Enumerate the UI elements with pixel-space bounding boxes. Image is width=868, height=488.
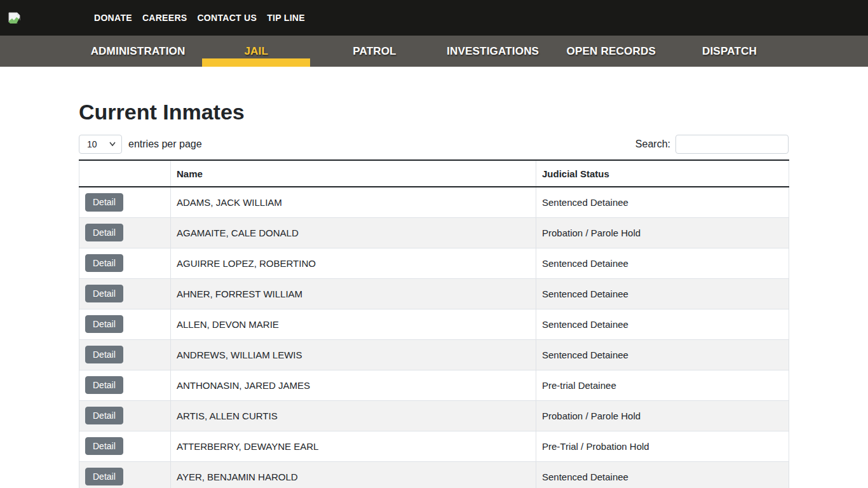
table-row: Detail AGAMAITE, CALE DONALD Probation /… — [79, 217, 789, 248]
primary-nav-item[interactable]: OPEN RECORDS — [552, 36, 670, 67]
inmates-table-header: Name Judicial Status — [79, 160, 789, 187]
inmate-name-cell: AGAMAITE, CALE DONALD — [171, 217, 536, 248]
judicial-status-cell: Pre-trial Detainee — [536, 370, 789, 400]
detail-button[interactable]: Detail — [85, 437, 123, 456]
detail-cell: Detail — [79, 278, 171, 309]
table-row: Detail ATTERBERRY, DEWAYNE EARL Pre-Tria… — [79, 431, 789, 461]
inmate-name-cell: ALLEN, DEVON MARIE — [171, 309, 536, 339]
utility-links: DONATE CAREERS CONTACT US TIP LINE — [94, 13, 305, 23]
detail-button[interactable]: Detail — [85, 346, 123, 364]
broken-image-icon — [8, 12, 21, 24]
detail-button[interactable]: Detail — [85, 407, 123, 425]
search-input[interactable] — [675, 135, 789, 154]
detail-cell: Detail — [79, 400, 171, 431]
detail-button[interactable]: Detail — [85, 468, 123, 486]
detail-button[interactable]: Detail — [85, 376, 123, 395]
inmate-name-cell: AGUIRRE LOPEZ, ROBERTINO — [171, 248, 536, 278]
utility-link[interactable]: DONATE — [94, 13, 132, 23]
judicial-status-cell: Sentenced Detainee — [536, 309, 789, 339]
primary-nav-item[interactable]: JAIL — [197, 36, 315, 67]
entries-per-page-label: entries per page — [128, 139, 202, 150]
detail-cell: Detail — [79, 217, 171, 248]
judicial-status-cell: Sentenced Detainee — [536, 248, 789, 278]
detail-button[interactable]: Detail — [85, 285, 123, 303]
detail-cell: Detail — [79, 370, 171, 400]
detail-button[interactable]: Detail — [85, 193, 123, 212]
judicial-status-cell: Sentenced Detainee — [536, 461, 789, 488]
judicial-status-cell: Pre-Trial / Probation Hold — [536, 431, 789, 461]
judicial-status-cell: Sentenced Detainee — [536, 187, 789, 217]
inmate-name-cell: AYER, BENJAMIN HAROLD — [171, 461, 536, 488]
inmate-name-cell: ARTIS, ALLEN CURTIS — [171, 400, 536, 431]
table-row: Detail ANDREWS, WILLIAM LEWIS Sentenced … — [79, 339, 789, 370]
judicial-status-cell: Probation / Parole Hold — [536, 217, 789, 248]
primary-nav-label: DISPATCH — [702, 45, 757, 58]
table-row: Detail ADAMS, JACK WILLIAM Sentenced Det… — [79, 187, 789, 217]
inmate-name-cell: ANTHONASIN, JARED JAMES — [171, 370, 536, 400]
search-label: Search: — [635, 139, 670, 150]
entries-per-page-select-wrap: 10 — [79, 135, 122, 154]
detail-cell: Detail — [79, 309, 171, 339]
table-row: Detail ALLEN, DEVON MARIE Sentenced Deta… — [79, 309, 789, 339]
table-row: Detail AHNER, FORREST WILLIAM Sentenced … — [79, 278, 789, 309]
inmates-table: Name Judicial Status Detail ADAMS, JACK … — [79, 159, 789, 488]
table-row: Detail AYER, BENJAMIN HAROLD Sentenced D… — [79, 461, 789, 488]
primary-nav-label: ADMINISTRATION — [91, 45, 186, 58]
primary-nav-label: OPEN RECORDS — [567, 45, 656, 58]
table-row: Detail ANTHONASIN, JARED JAMES Pre-trial… — [79, 370, 789, 400]
detail-cell: Detail — [79, 461, 171, 488]
detail-cell: Detail — [79, 339, 171, 370]
judicial-status-cell: Probation / Parole Hold — [536, 400, 789, 431]
top-utility-bar: DONATE CAREERS CONTACT US TIP LINE — [0, 0, 868, 36]
utility-link[interactable]: CONTACT US — [197, 13, 257, 23]
utility-link[interactable]: TIP LINE — [267, 13, 305, 23]
detail-button[interactable]: Detail — [85, 224, 123, 242]
judicial-status-cell: Sentenced Detainee — [536, 278, 789, 309]
detail-cell: Detail — [79, 431, 171, 461]
primary-nav-label: PATROL — [353, 45, 397, 58]
primary-nav-item[interactable]: ADMINISTRATION — [79, 36, 197, 67]
table-row: Detail AGUIRRE LOPEZ, ROBERTINO Sentence… — [79, 248, 789, 278]
table-controls: 10 entries per page Search: — [79, 135, 789, 154]
detail-cell: Detail — [79, 187, 171, 217]
detail-cell: Detail — [79, 248, 171, 278]
utility-link[interactable]: CAREERS — [142, 13, 187, 23]
detail-button[interactable]: Detail — [85, 315, 123, 334]
inmates-table-body: Detail ADAMS, JACK WILLIAM Sentenced Det… — [79, 187, 789, 488]
entries-per-page-select[interactable]: 10 — [79, 135, 122, 154]
column-header-name: Name — [171, 160, 536, 187]
inmate-name-cell: ADAMS, JACK WILLIAM — [171, 187, 536, 217]
column-header-detail — [79, 160, 171, 187]
page-title: Current Inmates — [79, 100, 789, 125]
inmate-name-cell: ATTERBERRY, DEWAYNE EARL — [171, 431, 536, 461]
primary-nav-item[interactable]: PATROL — [315, 36, 433, 67]
primary-nav-label: JAIL — [244, 45, 268, 58]
judicial-status-cell: Sentenced Detainee — [536, 339, 789, 370]
inmate-name-cell: ANDREWS, WILLIAM LEWIS — [171, 339, 536, 370]
table-row: Detail ARTIS, ALLEN CURTIS Probation / P… — [79, 400, 789, 431]
inmate-name-cell: AHNER, FORREST WILLIAM — [171, 278, 536, 309]
content-area: Current Inmates 10 entries per page Sear… — [79, 100, 789, 488]
primary-nav-item[interactable]: DISPATCH — [670, 36, 789, 67]
column-header-judicial-status: Judicial Status — [536, 160, 789, 187]
primary-nav: ADMINISTRATION JAIL PATROL INVESTIGATION… — [0, 36, 868, 67]
detail-button[interactable]: Detail — [85, 254, 123, 273]
primary-nav-item[interactable]: INVESTIGATIONS — [434, 36, 552, 67]
primary-nav-label: INVESTIGATIONS — [447, 45, 539, 58]
search-group: Search: — [635, 135, 789, 154]
